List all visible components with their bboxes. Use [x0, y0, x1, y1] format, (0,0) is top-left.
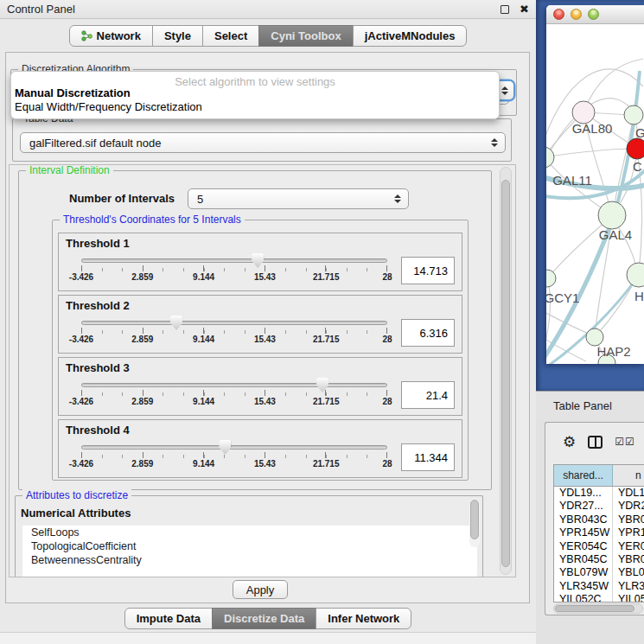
settings-vertical-scrollbar[interactable] [500, 167, 512, 575]
tick-label: 9.144 [193, 272, 214, 282]
control-panel-titlebar: Control Panel ✖ [0, 0, 536, 19]
slider-track[interactable] [81, 258, 387, 263]
column-header-shared-name[interactable]: shared... [554, 465, 613, 486]
table-data-combobox[interactable]: galFiltered.sif default node [20, 132, 506, 153]
node-gcy1[interactable] [546, 270, 556, 287]
popup-option-manual-discretization[interactable]: Manual Discretization [11, 86, 499, 100]
threshold-1-value-field[interactable]: 14.713 [401, 257, 455, 284]
table-cell[interactable]: YDR27... [554, 500, 612, 513]
table-cell[interactable]: YIL052C [613, 593, 644, 603]
tab-select[interactable]: Select [202, 25, 259, 47]
thresholds-legend: Threshold's Coordinates for 5 Intervals [60, 214, 245, 226]
threshold-4-value-field[interactable]: 11.344 [401, 443, 455, 471]
scrollbar-thumb[interactable] [555, 605, 634, 612]
table-cell[interactable]: YDL19... [554, 487, 612, 500]
table-cell[interactable]: YBR045C [613, 553, 644, 566]
network-canvas[interactable]: GAL80 GA C GAL11 GAL4 GCY1 H HAP2 [546, 24, 644, 364]
threshold-3-label: Threshold 3 [66, 361, 455, 374]
table-cell[interactable]: YBR045C [554, 553, 612, 566]
tab-select-label: Select [214, 29, 247, 42]
threshold-3-value-field[interactable]: 21.4 [401, 381, 455, 409]
table-cell[interactable]: YLR345W [613, 580, 644, 593]
tick-label: -3.426 [69, 397, 93, 406]
node-right-h[interactable] [627, 263, 644, 287]
close-icon[interactable]: ✖ [520, 3, 529, 15]
stepper-arrows-icon [491, 138, 498, 147]
tab-impute-data-label: Impute Data [137, 612, 201, 625]
scrollbar-thumb[interactable] [470, 500, 479, 539]
node-gal11[interactable] [546, 147, 554, 168]
network-edges [546, 59, 643, 362]
table-cell[interactable]: YER054C [554, 540, 612, 553]
table-data-group: Table Data galFiltered.sif default node [12, 118, 512, 162]
thresholds-group: Threshold's Coordinates for 5 Intervals … [52, 220, 469, 481]
algorithm-popup-hint: Select algorithm to view settings [11, 72, 499, 86]
table-cell[interactable]: YBL079W [613, 566, 644, 579]
bottom-tab-bar: Impute Data Discretize Data Infer Networ… [0, 608, 536, 629]
slider-track[interactable] [81, 445, 387, 450]
attribute-list-item[interactable]: BetweennessCentrality [22, 553, 477, 567]
zoom-traffic-light[interactable] [588, 9, 599, 20]
tick-label: 2.859 [131, 335, 153, 344]
tab-jactivemnodules[interactable]: jActiveMNodules [353, 25, 468, 47]
gear-icon[interactable]: ⚙ [563, 435, 576, 450]
attributes-legend: Attributes to discretize [22, 489, 131, 501]
apply-button[interactable]: Apply [233, 580, 288, 599]
select-columns-icon[interactable]: ☑☑ [615, 436, 635, 448]
number-of-intervals-spinner[interactable]: 5 [188, 188, 409, 209]
node-top-right[interactable] [624, 105, 643, 124]
tick-label: 21.715 [313, 335, 340, 344]
split-columns-icon[interactable] [588, 436, 603, 449]
minimize-traffic-light[interactable] [571, 9, 582, 20]
table-panel-toolbar: ⚙ ☑☑ [545, 423, 644, 461]
tab-impute-data[interactable]: Impute Data [124, 608, 213, 629]
numerical-attributes-list[interactable]: SelfLoopsTopologicalCoefficientBetweenne… [22, 526, 477, 577]
slider-tick-labels: -3.4262.8599.14415.4321.71528 [81, 459, 387, 469]
table-cell[interactable]: YBR043C [613, 513, 644, 526]
node-red-selected[interactable] [627, 138, 644, 159]
tab-discretize-data[interactable]: Discretize Data [212, 608, 316, 629]
threshold-2-value-field[interactable]: 6.316 [401, 319, 455, 347]
table-cell[interactable]: YPR145W [613, 526, 644, 539]
scrollbar-thumb[interactable] [501, 180, 510, 567]
node-gal4[interactable] [598, 201, 626, 229]
node-gal80-label: GAL80 [572, 121, 613, 136]
table-body: YDL19...YDR27...YBR043CYPR145WYER054CYBR… [554, 487, 644, 603]
threshold-2-slider[interactable]: -3.4262.8599.14415.4321.71528 [81, 321, 387, 347]
slider-ticks [81, 328, 387, 334]
tab-infer-network[interactable]: Infer Network [316, 608, 411, 629]
table-column-name[interactable]: YDL19...YDR27...YBR043CYPR145WYER054CYBR… [613, 487, 644, 603]
threshold-1-slider[interactable]: -3.4262.8599.14415.4321.71528 [81, 258, 387, 284]
column-header-name[interactable]: n [613, 465, 644, 486]
threshold-1-label: Threshold 1 [66, 237, 455, 250]
table-cell[interactable]: YBL079W [554, 566, 612, 579]
threshold-3-slider[interactable]: -3.4262.8599.14415.4321.71528 [81, 383, 387, 409]
node-hap2[interactable] [586, 328, 603, 346]
table-horizontal-scrollbar[interactable] [553, 603, 643, 614]
table-cell[interactable]: YIL052C [554, 593, 612, 603]
tab-cyni-toolbox[interactable]: Cyni Toolbox [258, 25, 353, 47]
popup-option-equal-width-frequency[interactable]: Equal Width/Frequency Discretization [11, 100, 499, 114]
table-cell[interactable]: YER054C [613, 540, 644, 553]
attributes-list-scrollbar[interactable] [469, 499, 480, 547]
window-title: Control Panel [7, 3, 75, 16]
table-cell[interactable]: YBR043C [554, 513, 612, 526]
threshold-4-slider[interactable]: -3.4262.8599.14415.4321.71528 [81, 445, 387, 471]
settings-scroll-area: Interval Definition Number of Intervals … [9, 164, 516, 577]
slider-track[interactable] [81, 383, 387, 387]
table-column-shared-name[interactable]: YDL19...YDR27...YBR043CYPR145WYER054CYBR… [554, 487, 613, 603]
attribute-list-item[interactable]: SelfLoops [22, 526, 477, 539]
slider-track[interactable] [81, 321, 387, 325]
table-cell[interactable]: YLR345W [554, 580, 612, 593]
table-cell[interactable]: YDL19... [613, 487, 644, 500]
float-window-icon[interactable] [501, 5, 509, 14]
attribute-list-item[interactable]: TopologicalCoefficient [22, 539, 477, 553]
tab-style[interactable]: Style [152, 25, 203, 47]
tab-network[interactable]: Network [69, 25, 153, 47]
node-red-label: C [633, 159, 642, 174]
close-traffic-light[interactable] [553, 9, 564, 20]
tab-style-label: Style [164, 29, 191, 42]
table-cell[interactable]: YPR145W [554, 526, 612, 539]
table-cell[interactable]: YDR27... [613, 500, 644, 513]
right-area: GAL80 GA C GAL11 GAL4 GCY1 H HAP2 Table … [536, 0, 644, 644]
